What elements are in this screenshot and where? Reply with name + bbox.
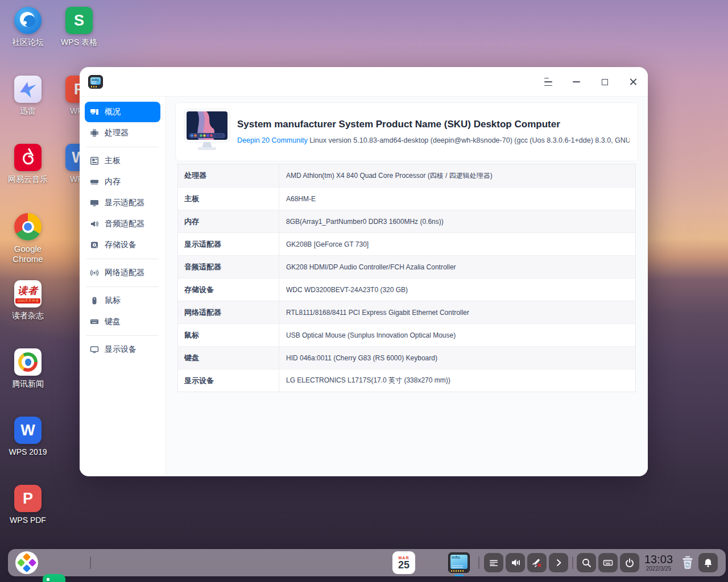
chrome-icon <box>14 213 42 240</box>
icon-label: WPS 表格 <box>56 38 102 47</box>
spec-row-display-device[interactable]: 显示设备LG ELECTRONICS L1717S(17.0 英寸 (338x2… <box>178 369 635 392</box>
tray-onscreen-keyboard[interactable] <box>598 553 618 572</box>
icon-label: 读者杂志 <box>5 311 51 321</box>
desktop-icon-reader-magazine[interactable]: 读者 2020天天伴读 读者杂志 <box>5 280 51 321</box>
tray-volume[interactable] <box>506 553 525 572</box>
desktop: 社区论坛 S WPS 表格 迅雷 P WPS 网易云音乐 W WPS <box>0 0 728 582</box>
icon-label: Google Chrome <box>5 244 51 264</box>
sidebar-item-processor[interactable]: 处理器 <box>85 123 160 143</box>
maximize-button[interactable] <box>598 76 611 89</box>
sidebar-item-display-adapter[interactable]: 显示适配器 <box>85 193 160 213</box>
tray-separator <box>478 556 479 569</box>
dock-icon-calendar[interactable]: MAR 25 <box>392 551 415 574</box>
icon-label: 迅雷 <box>5 106 51 116</box>
spec-row-motherboard[interactable]: 主板A68HM-E <box>178 187 635 210</box>
spec-row-memory[interactable]: 内存8GB(Array1_PartNumber0 DDR3 1600MHz (0… <box>178 210 635 232</box>
sidebar-item-overview[interactable]: 概况 <box>85 102 160 122</box>
desktop-icon-community-forum[interactable]: 社区论坛 <box>5 7 51 47</box>
sidebar-item-motherboard[interactable]: 主板 <box>85 151 160 171</box>
dock-icon-device-manager[interactable]: info <box>448 551 470 574</box>
titlebar[interactable]: info <box>80 67 648 97</box>
spec-row-audio-adapter[interactable]: 音频适配器GK208 HDMI/DP Audio Controller/FCH … <box>178 255 635 278</box>
os-version-link[interactable]: Deepin 20 Community <box>237 136 308 144</box>
wps-2019-icon: W <box>14 417 42 444</box>
spec-row-storage[interactable]: 存储设备WDC WD3200BEVT-24A23T0 (320 GB) <box>178 278 635 301</box>
spec-row-processor[interactable]: 处理器AMD Athlon(tm) X4 840 Quad Core Proce… <box>178 164 635 187</box>
wps-spreadsheet-icon: S <box>65 7 93 34</box>
close-button[interactable] <box>627 76 640 89</box>
dock-drag-separator[interactable] <box>90 556 91 569</box>
desktop-icon-tencent-news[interactable]: 腾讯新闻 <box>5 348 51 389</box>
display-device-icon <box>90 345 99 354</box>
clock-date: 2022/3/25 <box>638 566 679 572</box>
netease-music-icon <box>14 144 42 171</box>
multitasking-view-button[interactable] <box>43 574 65 582</box>
icon-label: WPS PDF <box>5 516 51 525</box>
overview-icon <box>90 107 99 117</box>
icon-label: 社区论坛 <box>5 38 51 47</box>
tencent-news-icon <box>14 348 42 376</box>
kernel-line: Deepin 20 Community Linux version 5.10.8… <box>237 136 630 144</box>
mouse-icon <box>90 296 99 305</box>
desktop-icon-wps-pdf[interactable]: P WPS PDF <box>5 485 51 525</box>
trash-bin[interactable] <box>678 553 697 572</box>
desktop-icon-chrome[interactable]: Google Chrome <box>5 213 51 264</box>
kernel-info: Linux version 5.10.83-amd64-desktop (dee… <box>308 136 630 144</box>
memory-icon <box>90 177 99 186</box>
spec-row-display-adapter[interactable]: 显示适配器GK208B [GeForce GT 730] <box>178 232 635 255</box>
system-summary-card: System manufacturer System Product Name … <box>175 102 638 161</box>
sidebar-item-keyboard[interactable]: 键盘 <box>85 311 160 332</box>
sidebar-item-audio-adapter[interactable]: 音频适配器 <box>85 214 160 234</box>
reader-magazine-icon: 读者 2020天天伴读 <box>14 280 42 307</box>
sidebar-divider <box>86 335 159 336</box>
desktop-icon-wps-2019[interactable]: W WPS 2019 <box>5 417 51 457</box>
desktop-icon-wps-spreadsheet[interactable]: S WPS 表格 <box>56 7 102 47</box>
motherboard-icon <box>90 156 99 165</box>
spec-table: 处理器AMD Athlon(tm) X4 840 Quad Core Proce… <box>177 164 636 392</box>
sidebar-item-display-device[interactable]: 显示设备 <box>85 339 160 360</box>
sidebar-item-memory[interactable]: 内存 <box>85 172 160 192</box>
system-title: System manufacturer System Product Name … <box>237 119 560 130</box>
sidebar-item-mouse[interactable]: 鼠标 <box>85 290 160 311</box>
tray-network-disconnected[interactable] <box>527 553 547 572</box>
device-manager-window: info 概况 处理器 <box>80 67 648 476</box>
audio-adapter-icon <box>90 219 99 228</box>
desktop-icon-netease-music[interactable]: 网易云音乐 <box>5 144 51 184</box>
display-adapter-icon <box>90 198 99 207</box>
tray-expand[interactable] <box>549 553 568 572</box>
launcher-button[interactable] <box>15 551 38 574</box>
cpu-icon <box>90 128 99 138</box>
tray-separator-2 <box>572 556 573 569</box>
tray-power[interactable] <box>620 553 639 572</box>
notification-center[interactable] <box>698 553 718 572</box>
window-menu-button[interactable] <box>541 76 555 89</box>
sidebar-divider <box>86 259 159 259</box>
sidebar-item-network-adapter[interactable]: 网络适配器 <box>85 263 160 283</box>
storage-icon <box>90 240 99 250</box>
desktop-icon-thunder[interactable]: 迅雷 <box>5 76 51 116</box>
icon-label: 腾讯新闻 <box>5 379 51 389</box>
sidebar-item-storage[interactable]: 存储设备 <box>85 235 160 255</box>
tray-search[interactable] <box>577 553 596 572</box>
sidebar: 概况 处理器 主板 内存 显示适配器 <box>80 97 166 476</box>
icon-label: 网易云音乐 <box>5 174 51 184</box>
community-forum-icon <box>14 7 42 34</box>
spec-row-network-adapter[interactable]: 网络适配器RTL8111/8168/8411 PCI Express Gigab… <box>178 301 635 323</box>
minimize-button[interactable] <box>570 76 583 89</box>
tray-keyboard-layout[interactable] <box>484 553 503 572</box>
overview-panel: System manufacturer System Product Name … <box>166 97 648 476</box>
sidebar-divider <box>86 147 159 147</box>
clock[interactable]: 13:03 2022/3/25 <box>638 553 679 572</box>
spec-row-keyboard[interactable]: 键盘HID 046a:0011 (Cherry G83 (RS 6000) Ke… <box>178 346 635 369</box>
icon-label: WPS 2019 <box>5 447 51 457</box>
device-manager-app-icon: info <box>88 75 103 89</box>
dock: MAR 25 info <box>8 549 726 576</box>
clock-time: 13:03 <box>638 553 679 566</box>
spec-row-mouse[interactable]: 鼠标USB Optical Mouse (Sunplus Innovation … <box>178 323 635 346</box>
computer-illustration-icon <box>181 108 233 153</box>
network-adapter-icon <box>90 268 99 277</box>
keyboard-icon <box>90 317 99 326</box>
thunder-icon <box>14 76 42 103</box>
wps-pdf-icon: P <box>14 485 42 512</box>
sidebar-divider <box>86 286 159 287</box>
